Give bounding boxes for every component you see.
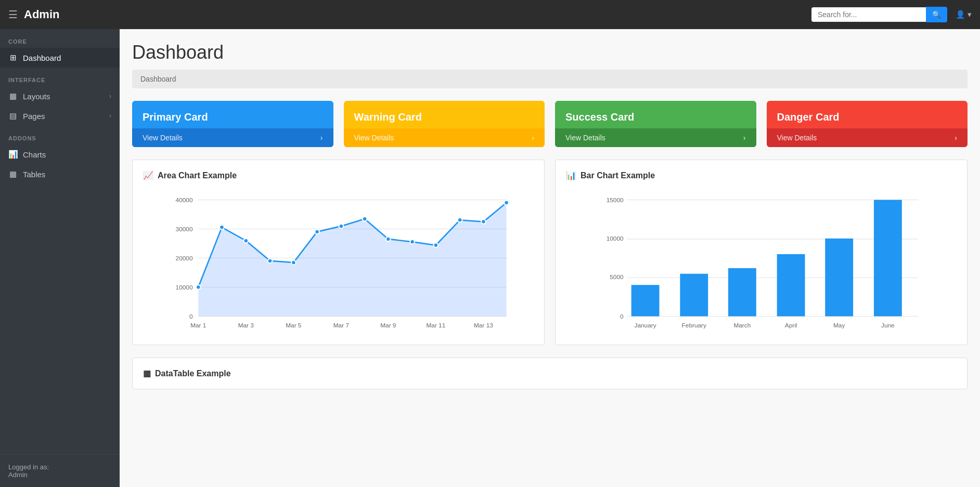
card-success-footer-label: View Details [565, 134, 605, 142]
card-success-footer[interactable]: View Details › [555, 128, 756, 147]
sidebar-label-charts: Charts [23, 150, 46, 159]
navbar-brand: Admin [24, 8, 811, 21]
bar-chart-card: 📊 Bar Chart Example 15000 10000 5000 [555, 160, 968, 345]
bar-january [631, 285, 660, 316]
datatable-icon: ▦ [143, 368, 151, 378]
bar-chart-label: Bar Chart Example [581, 171, 655, 180]
card-danger: Danger Card View Details › [767, 101, 968, 147]
datatable-label: DataTable Example [155, 369, 231, 378]
bar-chart-title: 📊 Bar Chart Example [566, 170, 957, 180]
sidebar-item-layouts-left: ▦ Layouts [8, 91, 50, 101]
sidebar-item-pages[interactable]: ▤ Pages › [0, 106, 120, 126]
sidebar-label-pages: Pages [23, 112, 45, 121]
svg-text:Mar 9: Mar 9 [380, 322, 396, 329]
svg-point-10 [196, 285, 201, 289]
area-chart-label: Area Chart Example [158, 171, 237, 180]
svg-text:10000: 10000 [176, 284, 193, 291]
logged-in-label: Logged in as: [8, 463, 111, 471]
card-success-title: Success Card [555, 101, 756, 128]
card-warning-footer[interactable]: View Details › [344, 128, 545, 147]
card-success-arrow-icon: › [743, 134, 746, 142]
breadcrumb: Dashboard [132, 70, 968, 88]
svg-point-19 [410, 240, 415, 244]
bar-chart-svg: 15000 10000 5000 0 [566, 189, 957, 334]
card-primary: Primary Card View Details › [132, 101, 333, 147]
bar-may [825, 239, 853, 317]
sidebar-label-dashboard: Dashboard [23, 54, 61, 62]
svg-point-21 [458, 218, 462, 222]
svg-text:0: 0 [620, 313, 624, 320]
area-chart-icon: 📈 [143, 170, 153, 180]
area-chart-card: 📈 Area Chart Example 40000 30000 [132, 160, 545, 345]
sidebar-item-dashboard-left: ⊞ Dashboard [8, 53, 61, 62]
sidebar-item-pages-left: ▤ Pages [8, 111, 45, 121]
layout: CORE ⊞ Dashboard INTERFACE ▦ Layouts › ▤… [0, 29, 980, 487]
page-title: Dashboard [132, 42, 968, 63]
svg-text:February: February [682, 322, 706, 329]
svg-text:April: April [785, 322, 797, 329]
bar-chart-icon: 📊 [566, 170, 576, 180]
card-primary-footer-label: View Details [143, 134, 183, 142]
cards-row: Primary Card View Details › Warning Card… [132, 101, 968, 147]
svg-text:5000: 5000 [610, 273, 624, 281]
card-warning-footer-label: View Details [354, 134, 394, 142]
svg-point-14 [291, 260, 296, 265]
svg-text:Mar 5: Mar 5 [286, 322, 302, 329]
card-success: Success Card View Details › [555, 101, 756, 147]
svg-text:15000: 15000 [607, 196, 624, 204]
area-chart-title: 📈 Area Chart Example [143, 170, 534, 180]
layouts-icon: ▦ [8, 91, 18, 101]
user-icon: 👤 [956, 10, 965, 19]
sidebar-label-tables: Tables [23, 170, 45, 179]
datatable-title: ▦ DataTable Example [143, 368, 957, 378]
svg-text:20000: 20000 [176, 255, 193, 262]
navbar: ☰ Admin 🔍 👤 ▾ [0, 0, 980, 29]
sidebar: CORE ⊞ Dashboard INTERFACE ▦ Layouts › ▤… [0, 29, 120, 487]
sidebar-item-tables[interactable]: ▦ Tables [0, 164, 120, 184]
card-primary-footer[interactable]: View Details › [132, 128, 333, 147]
svg-text:30000: 30000 [176, 226, 193, 233]
bar-march [728, 268, 756, 317]
bar-april [777, 254, 805, 317]
svg-text:January: January [635, 322, 656, 329]
sidebar-item-tables-left: ▦ Tables [8, 169, 45, 179]
sidebar-item-charts-left: 📊 Charts [8, 150, 46, 159]
datatable-card: ▦ DataTable Example [132, 358, 968, 389]
search-button[interactable]: 🔍 [926, 7, 947, 22]
logged-in-user: Admin [8, 471, 111, 479]
card-danger-footer[interactable]: View Details › [767, 128, 968, 147]
svg-text:May: May [833, 322, 845, 329]
card-danger-title: Danger Card [767, 101, 968, 128]
svg-text:Mar 7: Mar 7 [333, 322, 349, 329]
card-danger-footer-label: View Details [777, 134, 817, 142]
user-menu-button[interactable]: 👤 ▾ [956, 10, 972, 19]
tables-icon: ▦ [8, 169, 18, 179]
dashboard-icon: ⊞ [8, 53, 18, 62]
bar-february [680, 274, 708, 317]
card-warning-title: Warning Card [344, 101, 545, 128]
card-warning-arrow-icon: › [532, 134, 534, 142]
navbar-toggle-button[interactable]: ☰ [8, 8, 18, 21]
pages-chevron-icon: › [109, 112, 111, 120]
svg-text:Mar 3: Mar 3 [238, 322, 254, 329]
layouts-chevron-icon: › [109, 93, 111, 100]
sidebar-section-addons: ADDONS [0, 126, 120, 144]
sidebar-item-charts[interactable]: 📊 Charts [0, 144, 120, 164]
card-primary-title: Primary Card [132, 101, 333, 128]
svg-point-17 [363, 217, 367, 221]
svg-text:June: June [881, 322, 895, 329]
svg-text:10000: 10000 [607, 235, 624, 242]
svg-point-12 [244, 239, 249, 243]
svg-point-23 [504, 201, 509, 205]
svg-text:Mar 11: Mar 11 [426, 322, 445, 329]
sidebar-item-layouts[interactable]: ▦ Layouts › [0, 86, 120, 106]
svg-point-15 [315, 230, 319, 234]
search-input[interactable] [811, 7, 926, 22]
main-content: Dashboard Dashboard Primary Card View De… [120, 29, 980, 487]
sidebar-item-dashboard[interactable]: ⊞ Dashboard [0, 48, 120, 68]
user-dropdown-arrow: ▾ [968, 10, 972, 19]
bar-june [874, 200, 902, 317]
svg-text:Mar 13: Mar 13 [474, 322, 493, 329]
pages-icon: ▤ [8, 111, 18, 121]
sidebar-section-interface: INTERFACE [0, 68, 120, 86]
